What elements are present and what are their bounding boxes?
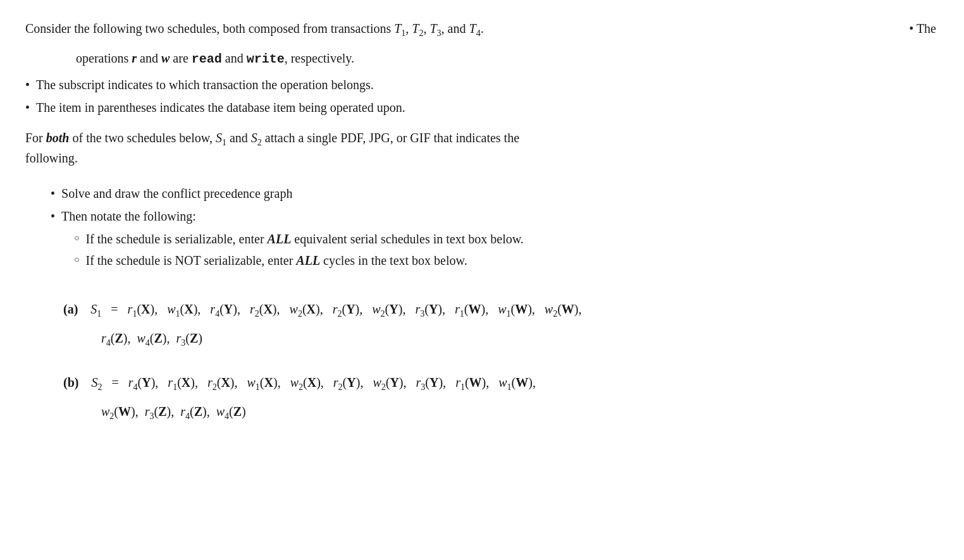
main-bullet-list: Solve and draw the conflict precedence g… <box>51 183 936 272</box>
schedule-b-line1: (b) S2 = r4(Y), r1(X), r2(X), w1(X), w2(… <box>63 370 936 394</box>
schedule-a-section: (a) S1 = r1(X), w1(X), r4(Y), r2(X), w2(… <box>63 297 936 350</box>
operations-text: operations r and w are read and write, r… <box>76 48 936 70</box>
page-content: Consider the following two schedules, bo… <box>25 19 936 423</box>
notation-bullets: The subscript indicates to which transac… <box>25 75 936 118</box>
following-line: following. <box>25 148 936 168</box>
bullet-then-notate: Then notate the following: If the schedu… <box>51 206 936 272</box>
intro-paragraph: Consider the following two schedules, bo… <box>25 19 896 38</box>
intro-line: Consider the following two schedules, bo… <box>25 19 936 38</box>
schedule-b-line2: w2(W), r3(Z), r4(Z), w4(Z) <box>101 399 936 423</box>
main-bullets-section: Solve and draw the conflict precedence g… <box>51 183 936 272</box>
bullet-the: • The <box>909 19 936 36</box>
bullet-conflict-graph: Solve and draw the conflict precedence g… <box>51 183 936 204</box>
schedule-a-line1: (a) S1 = r1(X), w1(X), r4(Y), r2(X), w2(… <box>63 297 936 321</box>
schedule-a-line2: r4(Z), w4(Z), r3(Z) <box>101 326 936 350</box>
bullet-parentheses: The item in parentheses indicates the da… <box>25 97 936 118</box>
schedule-b-label: (b) <box>63 375 78 389</box>
sub-bullet-serializable: If the schedule is serializable, enter A… <box>74 229 524 249</box>
bullet-subscript: The subscript indicates to which transac… <box>25 75 936 95</box>
for-both-line: For both of the two schedules below, S1 … <box>25 128 936 148</box>
sub-bullet-list: If the schedule is serializable, enter A… <box>74 229 524 271</box>
operations-section: operations r and w are read and write, r… <box>76 48 936 70</box>
schedule-b-section: (b) S2 = r4(Y), r1(X), r2(X), w1(X), w2(… <box>63 370 936 423</box>
sub-bullet-not-serializable: If the schedule is NOT serializable, ent… <box>74 250 524 271</box>
schedule-a-label: (a) <box>63 302 78 316</box>
